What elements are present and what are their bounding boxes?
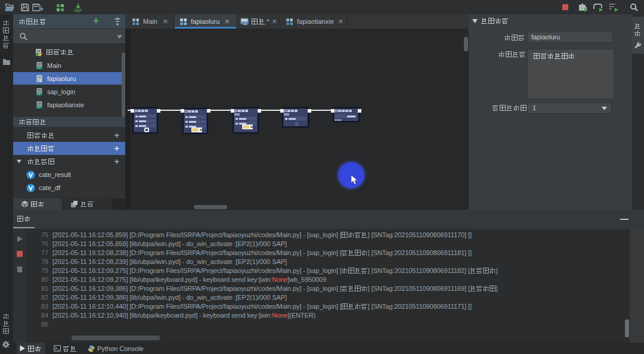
svg-text:JS: JS [243, 21, 247, 25]
